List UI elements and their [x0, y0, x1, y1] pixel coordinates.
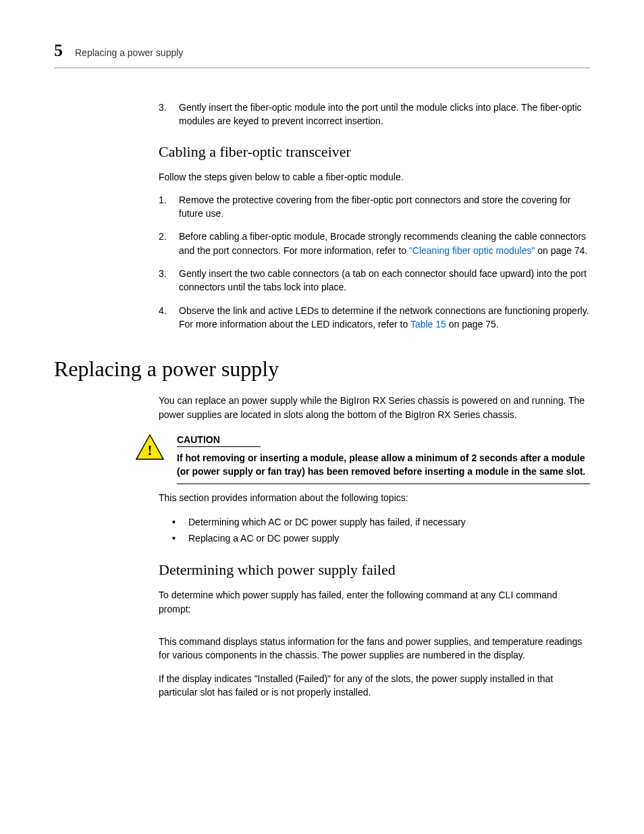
svg-text:!: ! — [147, 442, 152, 459]
paragraph: You can replace an power supply while th… — [159, 394, 590, 421]
list-number: 1. — [159, 193, 171, 221]
list-text: Replacing a AC or DC power supply — [188, 531, 339, 547]
page-header: 5 Replacing a power supply — [54, 41, 590, 68]
bullet-icon: • — [172, 515, 179, 531]
list-text: Observe the link and active LEDs to dete… — [179, 304, 590, 332]
list-number: 4. — [159, 304, 171, 332]
page-header-title: Replacing a power supply — [75, 47, 183, 58]
paragraph: To determine which power supply has fail… — [159, 588, 590, 616]
list-item: 3. Gently insert the two cable connector… — [159, 267, 590, 294]
list-number: 2. — [159, 230, 171, 257]
section-heading-replacing: Replacing a power supply — [54, 357, 590, 382]
list-item: • Replacing a AC or DC power supply — [172, 531, 590, 547]
cross-reference-link[interactable]: Table 15 — [410, 319, 446, 330]
bullet-list: • Determining which AC or DC power suppl… — [172, 515, 590, 547]
caution-label: CAUTION — [177, 434, 261, 447]
section-heading-cabling: Cabling a fiber-optic transceiver — [159, 143, 590, 161]
list-number: 3. — [159, 267, 171, 294]
paragraph: If the display indicates "Installed (Fai… — [159, 672, 590, 700]
caution-icon: ! — [135, 434, 165, 461]
bullet-icon: • — [172, 531, 179, 547]
list-item: 1. Remove the protective covering from t… — [159, 193, 590, 221]
list-text: Before cabling a fiber-optic module, Bro… — [179, 230, 590, 257]
caution-block: ! CAUTION If hot removing or inserting a… — [54, 434, 590, 485]
list-text: Gently insert the fiber-optic module int… — [179, 101, 590, 128]
section-heading-determining: Determining which power supply failed — [159, 561, 590, 579]
paragraph: This command displays status information… — [159, 635, 590, 662]
paragraph: Follow the steps given below to cable a … — [159, 170, 590, 184]
chapter-number: 5 — [54, 41, 63, 61]
paragraph: This section provides information about … — [159, 491, 590, 504]
cross-reference-link[interactable]: "Cleaning fiber optic modules" — [409, 245, 535, 256]
list-item: 4. Observe the link and active LEDs to d… — [159, 304, 590, 332]
list-item: 3. Gently insert the fiber-optic module … — [159, 101, 590, 128]
list-text: Remove the protective covering from the … — [179, 193, 590, 221]
list-text: Determining which AC or DC power supply … — [188, 515, 466, 531]
list-text: Gently insert the two cable connectors (… — [179, 267, 590, 294]
caution-text: If hot removing or inserting a module, p… — [177, 451, 590, 485]
list-item: 2. Before cabling a fiber-optic module, … — [159, 230, 590, 257]
list-number: 3. — [159, 101, 171, 128]
list-item: • Determining which AC or DC power suppl… — [172, 515, 590, 531]
